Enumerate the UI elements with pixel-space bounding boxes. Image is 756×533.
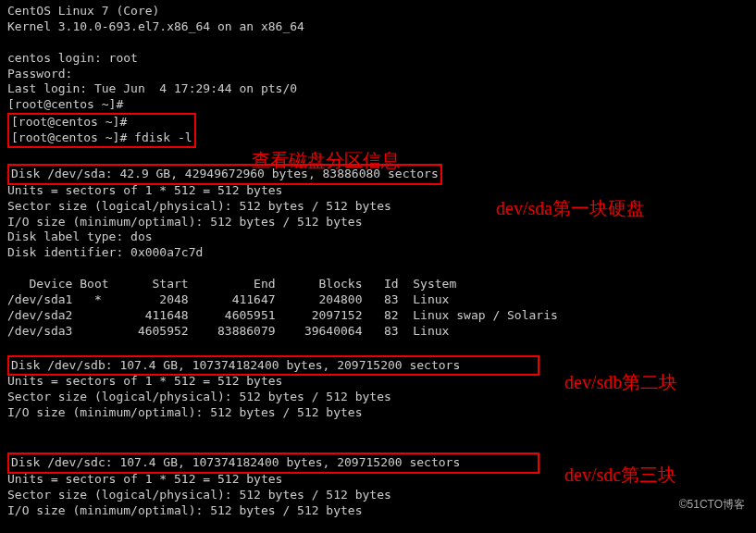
blank-line-6	[7, 437, 749, 452]
watermark: ©51CTO博客	[679, 498, 745, 513]
annotation-sda: dev/sda第一块硬盘	[496, 196, 645, 220]
partition-row-1: /dev/sda1 * 2048 411647 204800 83 Linux	[7, 292, 749, 308]
highlight-box-sdc: Disk /dev/sdc: 107.4 GB, 107374182400 by…	[7, 452, 539, 474]
highlight-box-sdb: Disk /dev/sdb: 107.4 GB, 107374182400 by…	[7, 355, 539, 377]
sdc-io-size: I/O size (minimum/optimal): 512 bytes / …	[7, 503, 749, 519]
password-prompt: Password:	[7, 67, 749, 82]
blank-line-3	[7, 261, 749, 277]
shell-prompt-2[interactable]: [root@centos ~]#	[11, 115, 192, 130]
os-version-line: CentOS Linux 7 (Core)	[7, 4, 749, 19]
partition-row-2: /dev/sda2 411648 4605951 2097152 82 Linu…	[7, 308, 749, 324]
sdb-io-size: I/O size (minimum/optimal): 512 bytes / …	[7, 405, 749, 421]
blank-line-7	[7, 519, 749, 534]
fdisk-command[interactable]: [root@centos ~]# fdisk -l	[11, 130, 192, 146]
sda-label: Disk label type: dos	[7, 229, 749, 245]
sdc-summary: Disk /dev/sdc: 107.4 GB, 107374182400 by…	[11, 455, 536, 471]
sda-identifier: Disk identifier: 0x000a7c7d	[7, 245, 749, 261]
highlight-box-fdisk-command: [root@centos ~]# [root@centos ~]# fdisk …	[7, 113, 196, 148]
login-prompt: centos login: root	[7, 51, 749, 67]
annotation-fdisk: 查看磁盘分区信息	[252, 148, 400, 172]
kernel-line: Kernel 3.10.0-693.el7.x86_64 on an x86_6…	[7, 19, 749, 35]
sdb-summary: Disk /dev/sdb: 107.4 GB, 107374182400 by…	[11, 358, 536, 374]
annotation-sdc: dev/sdc第三块	[564, 463, 676, 487]
partition-row-3: /dev/sda3 4605952 83886079 39640064 83 L…	[7, 324, 749, 340]
annotation-sdb: dev/sdb第二块	[564, 370, 677, 394]
blank-line-5	[7, 421, 749, 437]
blank-line-4	[7, 340, 749, 355]
last-login: Last login: Tue Jun 4 17:29:44 on pts/0	[7, 81, 749, 97]
blank-line	[7, 35, 749, 51]
partition-header: Device Boot Start End Blocks Id System	[7, 277, 749, 292]
shell-prompt-1[interactable]: [root@centos ~]#	[7, 97, 749, 113]
sdc-sector-size: Sector size (logical/physical): 512 byte…	[7, 488, 749, 503]
